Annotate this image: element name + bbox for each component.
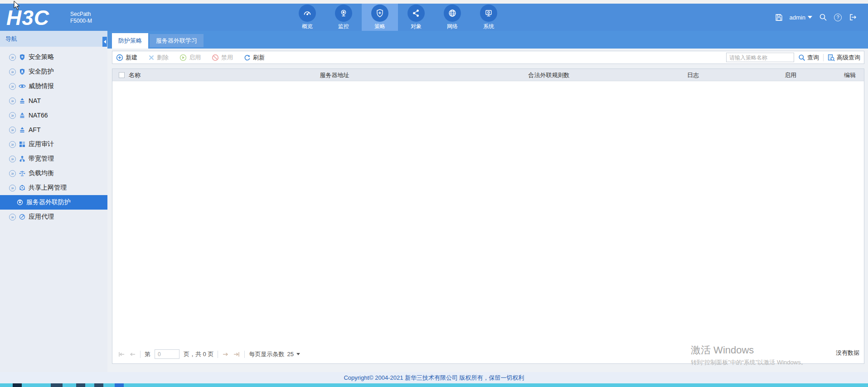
advanced-query-label: 高级查询 — [837, 54, 860, 62]
save-config-button[interactable] — [775, 14, 783, 21]
select-all-checkbox[interactable] — [119, 72, 125, 78]
sidebar-item-security-protection[interactable]: 安全防护 — [0, 64, 107, 79]
sidebar-item-label: 带宽管理 — [29, 155, 54, 163]
enable-label: 启用 — [189, 54, 201, 62]
column-header-enable: 启用 — [785, 69, 796, 81]
sidebar-item-nat[interactable]: NAT — [0, 93, 107, 108]
sidebar-item-server-outreach-protection[interactable]: 服务器外联防护 — [0, 195, 107, 210]
nav-item-overview[interactable]: 概览 — [289, 4, 325, 31]
search-icon — [798, 54, 805, 61]
sidebar-item-shared-internet[interactable]: 共享上网管理 — [0, 181, 107, 195]
main-content: 新建 删除 启用 禁用 刷新 查询 高级查询 — [107, 49, 868, 372]
refresh-label: 刷新 — [253, 54, 265, 62]
next-page-icon — [222, 351, 229, 358]
sidebar-item-security-policy[interactable]: 安全策略 — [0, 50, 107, 64]
policy-table: 名称 服务器地址 合法外联规则数 日志 启用 编辑 第 页，共 0 页 — [112, 69, 864, 364]
nav-label: 对象 — [411, 23, 422, 30]
logout-icon — [849, 13, 857, 21]
next-page-button[interactable] — [222, 351, 229, 358]
taskbar-icon[interactable] — [13, 383, 22, 387]
user-menu[interactable]: admin — [790, 14, 812, 21]
query-button[interactable]: 查询 — [798, 54, 819, 62]
nav-item-policy[interactable]: 策略 — [362, 4, 398, 31]
sidebar-item-nat66[interactable]: NAT66 — [0, 108, 107, 122]
expand-icon[interactable] — [9, 112, 16, 119]
expand-icon[interactable] — [9, 69, 16, 75]
sidebar-item-label: 安全策略 — [29, 53, 54, 61]
expand-icon[interactable] — [9, 54, 16, 61]
chevron-down-icon — [296, 353, 300, 355]
sidebar-item-label: NAT66 — [29, 112, 48, 119]
tab-label: 服务器外联学习 — [156, 37, 197, 45]
prev-page-button[interactable] — [129, 351, 136, 358]
help-button[interactable] — [834, 14, 842, 21]
sidebar-collapse-handle[interactable] — [102, 37, 107, 47]
last-page-button[interactable] — [233, 351, 240, 358]
sidebar-item-bandwidth[interactable]: 带宽管理 — [0, 152, 107, 166]
page-number-input[interactable] — [155, 349, 179, 359]
sidebar-item-label: 应用代理 — [29, 213, 54, 221]
top-nav: 概览 监控 策略 对象 网络 — [289, 4, 507, 31]
nav-item-objects[interactable]: 对象 — [398, 4, 434, 31]
taskbar-icon[interactable] — [94, 383, 103, 387]
column-header-server-address: 服务器地址 — [320, 69, 349, 81]
global-search-button[interactable] — [819, 13, 827, 21]
sidebar-item-label: AFT — [29, 126, 40, 133]
divider — [140, 351, 141, 358]
webcam-icon — [335, 5, 352, 22]
system-monitor-icon — [480, 5, 497, 22]
logout-button[interactable] — [849, 13, 857, 21]
advanced-query-button[interactable]: 高级查询 — [828, 54, 860, 62]
enable-button[interactable]: 启用 — [179, 54, 201, 62]
bandwidth-icon — [19, 155, 26, 162]
shared-internet-icon — [19, 184, 26, 191]
disable-button[interactable]: 禁用 — [212, 54, 233, 62]
per-page-dropdown[interactable]: 每页显示条数 25 — [249, 350, 300, 358]
plus-circle-icon — [116, 54, 123, 61]
copyright-text: Copyright© 2004-2021 新华三技术有限公司 版权所有，保留一切… — [344, 374, 524, 382]
expand-icon[interactable] — [9, 127, 16, 133]
sidebar-item-aft[interactable]: AFT — [0, 122, 107, 137]
expand-icon[interactable] — [9, 98, 16, 104]
column-header-legal-rule-count: 合法外联规则数 — [529, 69, 570, 81]
expand-icon[interactable] — [9, 185, 16, 191]
sidebar-item-threat-intel[interactable]: 威胁情报 — [0, 79, 107, 93]
new-button[interactable]: 新建 — [116, 54, 137, 62]
sidebar-item-app-audit[interactable]: 应用审计 — [0, 137, 107, 152]
taskbar-icon[interactable] — [51, 383, 63, 387]
column-header-log: 日志 — [687, 69, 699, 81]
sidebar-item-label: NAT — [29, 97, 41, 104]
sidebar-item-label: 负载均衡 — [29, 169, 54, 177]
expand-icon[interactable] — [9, 141, 16, 148]
policy-search-input[interactable] — [726, 53, 794, 62]
expand-icon[interactable] — [9, 170, 16, 177]
gauge-icon — [299, 5, 316, 22]
product-name: SecPath F5000-M — [70, 11, 92, 24]
sidebar-item-app-proxy[interactable]: 应用代理 — [0, 210, 107, 224]
server-outreach-icon — [16, 199, 24, 206]
sidebar-item-load-balance[interactable]: 负载均衡 — [0, 166, 107, 181]
delete-button[interactable]: 删除 — [148, 54, 169, 62]
nav-item-system[interactable]: 系统 — [470, 4, 507, 31]
nav-item-network[interactable]: 网络 — [434, 4, 470, 31]
mouse-cursor — [14, 0, 21, 12]
taskbar-icon[interactable] — [115, 383, 124, 387]
nav-item-monitor[interactable]: 监控 — [325, 4, 362, 31]
tab-server-outreach-learning[interactable]: 服务器外联学习 — [150, 34, 204, 47]
help-icon — [834, 14, 842, 21]
divider — [218, 351, 218, 358]
expand-icon[interactable] — [9, 83, 16, 90]
first-page-button[interactable] — [118, 351, 125, 358]
taskbar-icon[interactable] — [76, 383, 85, 387]
expand-icon[interactable] — [9, 214, 16, 220]
sidebar: 导航 安全策略 安全防护 威胁情报 NAT NAT66 — [0, 31, 107, 372]
per-page-value: 25 — [287, 351, 293, 358]
expand-icon[interactable] — [9, 156, 16, 162]
globe-icon — [444, 5, 461, 22]
refresh-button[interactable]: 刷新 — [244, 54, 265, 62]
tab-protection-policy[interactable]: 防护策略 — [112, 33, 148, 49]
app-proxy-icon — [19, 213, 26, 220]
load-balance-icon — [19, 170, 26, 177]
shield-plus-icon — [19, 54, 26, 61]
footer: Copyright© 2004-2021 新华三技术有限公司 版权所有，保留一切… — [0, 372, 868, 383]
